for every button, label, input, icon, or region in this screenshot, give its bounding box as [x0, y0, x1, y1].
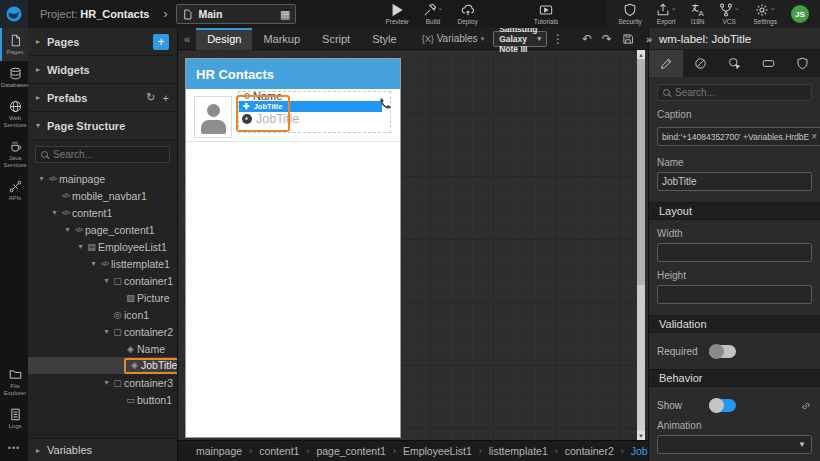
- breadcrumb-item-employeelist1[interactable]: EmployeeList1: [403, 445, 472, 457]
- tree-node-name[interactable]: ◈Name: [28, 340, 177, 357]
- redo-icon[interactable]: ↷: [602, 32, 612, 46]
- phone-preview[interactable]: HR Contacts Name ✚ JobTitle Jo: [185, 58, 401, 438]
- tree-node-container3[interactable]: ▾▢container3: [28, 374, 177, 391]
- design-canvas[interactable]: HR Contacts Name ✚ JobTitle Jo: [178, 50, 648, 440]
- tree-node-listtemplate1[interactable]: ▾</>listtemplate1: [28, 255, 177, 272]
- caption-input[interactable]: bind:'+14084352700' +Variables.HrdbE ×: [657, 127, 820, 146]
- breadcrumb-item-container2[interactable]: container2: [565, 445, 614, 457]
- breadcrumb-item-content1[interactable]: content1: [259, 445, 299, 457]
- chevron-expanded-icon[interactable]: ▾: [102, 276, 111, 285]
- tree-node-picture[interactable]: ▨Picture: [28, 289, 177, 306]
- validation-section-header[interactable]: Validation: [649, 315, 820, 333]
- page-switcher[interactable]: Main ▦: [176, 4, 296, 24]
- properties-tab-security[interactable]: [786, 50, 820, 77]
- chevron-expanded-icon[interactable]: ▾: [89, 259, 98, 268]
- topbar-build-button[interactable]: ⌄Build: [423, 3, 444, 25]
- section-header-pages[interactable]: ▸Pages+: [28, 28, 177, 56]
- chevron-expanded-icon[interactable]: ▾: [102, 327, 111, 336]
- tree-node-button1[interactable]: ▭button1: [28, 391, 177, 408]
- variables-section[interactable]: ▸ Variables: [28, 438, 177, 461]
- layout-section-header[interactable]: Layout: [649, 202, 820, 220]
- topbar-security-button[interactable]: Security: [618, 3, 641, 25]
- properties-tab-properties[interactable]: [649, 50, 683, 77]
- grid-menu-icon[interactable]: ▦: [280, 8, 290, 21]
- rail-item-java-services[interactable]: Java Services: [0, 134, 28, 174]
- properties-search-input[interactable]: Search...: [657, 84, 812, 101]
- tree-node-container1[interactable]: ▾▢container1: [28, 272, 177, 289]
- rail-item-web-services[interactable]: Web Services: [0, 94, 28, 134]
- container-icon: ▢: [111, 327, 124, 337]
- bind-show-icon[interactable]: [800, 400, 812, 412]
- tab-style[interactable]: Style: [361, 28, 407, 50]
- height-input[interactable]: [657, 285, 812, 304]
- tree-node-icon1[interactable]: ◎icon1: [28, 306, 177, 323]
- rail-more-button[interactable]: •••: [0, 435, 28, 461]
- breadcrumb-item-page_content1[interactable]: page_content1: [316, 445, 385, 457]
- animation-select[interactable]: ▼: [657, 435, 812, 454]
- topbar-security-iconrow: [623, 3, 637, 17]
- wavemaker-logo-icon[interactable]: [0, 0, 28, 28]
- properties-tab-device[interactable]: [752, 50, 786, 77]
- tree-node-jobtitle[interactable]: ◈JobTitle: [28, 357, 177, 374]
- topbar-vcs-button[interactable]: ⌄VCS: [719, 3, 740, 25]
- chevron-expanded-icon[interactable]: ▾: [76, 242, 85, 251]
- show-toggle[interactable]: [709, 399, 736, 412]
- chevron-expanded-icon[interactable]: ▾: [37, 174, 46, 183]
- collapse-right-panel-icon[interactable]: »: [639, 33, 659, 45]
- section-header-page-structure[interactable]: ▾Page Structure: [28, 112, 177, 140]
- section-header-prefabs[interactable]: ▸Prefabs↻+: [28, 84, 177, 112]
- mobile-navbar[interactable]: HR Contacts: [186, 59, 400, 89]
- user-avatar[interactable]: JS: [791, 5, 809, 23]
- tree-node-employeelist1[interactable]: ▾▤EmployeeList1: [28, 238, 177, 255]
- topbar-export-button[interactable]: ⌄Export: [656, 3, 677, 25]
- rail-item-file-explorer[interactable]: File Explorer: [0, 362, 28, 402]
- undo-icon[interactable]: ↶: [582, 32, 592, 46]
- section-header-widgets[interactable]: ▸Widgets: [28, 56, 177, 84]
- scrollbar-thumb[interactable]: [637, 59, 645, 285]
- add-page-button[interactable]: +: [153, 34, 169, 50]
- more-vertical-icon[interactable]: ⋮: [552, 32, 564, 46]
- scroll-up-icon[interactable]: ▲: [637, 50, 645, 59]
- name-input[interactable]: JobTitle: [657, 172, 812, 191]
- topbar-deploy-button[interactable]: Deploy: [457, 3, 477, 25]
- rail-item-databases[interactable]: Databases: [0, 61, 28, 94]
- chevron-expanded-icon[interactable]: ▾: [50, 208, 59, 217]
- variables-dropdown[interactable]: {X} Variables ▾: [422, 33, 484, 44]
- properties-tab-inspect[interactable]: [717, 50, 751, 77]
- breadcrumb-item-mainpage[interactable]: mainpage: [196, 445, 242, 457]
- topbar-settings-button[interactable]: ⌄Settings: [754, 3, 778, 25]
- tab-script[interactable]: Script: [311, 28, 361, 50]
- rail-item-logs[interactable]: Logs: [0, 402, 28, 435]
- clear-binding-icon[interactable]: ×: [811, 131, 817, 142]
- topbar-i18n-button[interactable]: AI18N: [691, 3, 705, 25]
- required-toggle[interactable]: [709, 345, 736, 358]
- tree-node-content1[interactable]: ▾</>content1: [28, 204, 177, 221]
- breadcrumb-item-listtemplate1[interactable]: listtemplate1: [489, 445, 548, 457]
- add-prefab-icon[interactable]: +: [163, 92, 169, 104]
- tree-node-mobile_navbar1[interactable]: </>mobile_navbar1: [28, 187, 177, 204]
- call-button[interactable]: [378, 96, 393, 111]
- tree-node-page_content1[interactable]: ▾</>page_content1: [28, 221, 177, 238]
- topbar-preview-button[interactable]: Preview: [385, 3, 408, 25]
- employee-picture[interactable]: [194, 96, 232, 138]
- tab-markup[interactable]: Markup: [252, 28, 311, 50]
- device-selector[interactable]: Samsung Galaxy Note III ▾: [493, 31, 547, 47]
- tree-node-mainpage[interactable]: ▾</>mainpage: [28, 170, 177, 187]
- refresh-icon[interactable]: ↻: [146, 91, 155, 104]
- chevron-expanded-icon[interactable]: ▾: [63, 225, 72, 234]
- topbar-tutorials-button[interactable]: Tutorials: [534, 3, 559, 25]
- scroll-down-icon[interactable]: ▼: [637, 431, 645, 440]
- width-input[interactable]: [657, 243, 812, 262]
- behavior-section-header[interactable]: Behavior: [649, 369, 820, 387]
- canvas-vertical-scrollbar[interactable]: ▲ ▼: [637, 50, 645, 440]
- save-icon[interactable]: [622, 33, 634, 45]
- tree-node-container2[interactable]: ▾▢container2: [28, 323, 177, 340]
- collapse-left-panel-icon[interactable]: «: [178, 33, 196, 45]
- employee-list-item[interactable]: Name ✚ JobTitle JobTitle: [186, 93, 400, 142]
- rail-item-pages[interactable]: Pages: [0, 28, 28, 61]
- chevron-expanded-icon[interactable]: ▾: [102, 378, 111, 387]
- tab-design[interactable]: Design: [196, 28, 252, 50]
- structure-search-input[interactable]: Search...: [35, 146, 170, 163]
- properties-tab-styles[interactable]: [683, 50, 717, 77]
- rail-item-apis[interactable]: APIs: [0, 174, 28, 207]
